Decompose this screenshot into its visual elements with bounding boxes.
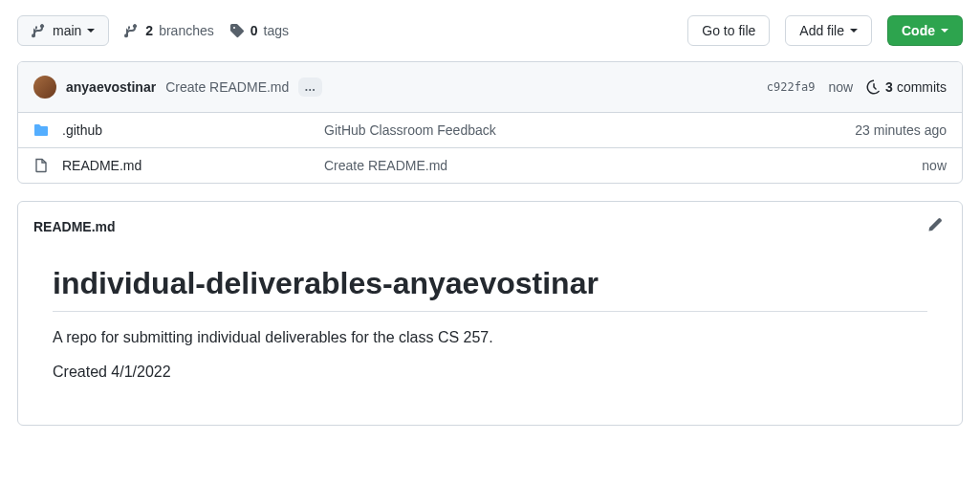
file-icon [33,158,49,173]
file-name-link[interactable]: .github [62,122,102,138]
commit-message[interactable]: Create README.md [165,79,289,95]
file-listing-box: anyaevostinar Create README.md … c922fa9… [17,61,963,184]
add-file-button[interactable]: Add file [785,15,872,46]
caret-down-icon [850,29,858,33]
commit-author[interactable]: anyaevostinar [66,79,156,95]
caret-down-icon [941,29,948,33]
latest-commit-bar: anyaevostinar Create README.md … c922fa9… [18,62,962,112]
table-row: README.md Create README.md now [18,147,962,183]
readme-paragraph: A repo for submitting individual deliver… [53,329,927,346]
go-to-file-button[interactable]: Go to file [687,15,770,46]
tag-icon [229,23,245,38]
folder-icon [33,122,49,138]
file-name-link[interactable]: README.md [62,158,142,173]
file-commit-message[interactable]: Create README.md [324,158,908,173]
commits-link[interactable]: 3 commits [866,79,947,95]
git-branch-icon [32,23,47,38]
caret-down-icon [87,29,95,33]
tags-label: tags [264,23,289,38]
readme-paragraph: Created 4/1/2022 [53,364,927,381]
avatar[interactable] [33,76,56,99]
readme-filename[interactable]: README.md [33,219,116,234]
readme-heading: individual-deliverables-anyaevostinar [53,266,927,312]
pencil-icon [927,217,943,232]
branch-name: main [53,23,81,38]
history-icon [866,79,882,95]
branch-select-button[interactable]: main [17,15,109,46]
commit-menu-button[interactable]: … [298,77,322,97]
readme-box: README.md individual-deliverables-anyaev… [17,201,963,426]
git-branch-icon [124,23,140,38]
commits-label: commits [897,79,947,95]
commit-sha[interactable]: c922fa9 [767,80,816,94]
table-row: .github GitHub Classroom Feedback 23 min… [18,112,962,147]
code-button[interactable]: Code [887,15,963,46]
file-commit-message[interactable]: GitHub Classroom Feedback [324,122,841,138]
file-time: 23 minutes ago [855,122,947,138]
readme-body: individual-deliverables-anyaevostinar A … [18,251,962,425]
branches-link[interactable]: 2 branches [124,23,213,38]
commit-time: now [828,79,853,95]
commits-count: 3 [885,79,893,95]
file-time: now [922,158,947,173]
branches-label: branches [159,23,214,38]
branches-count: 2 [145,23,153,38]
readme-header: README.md [18,202,962,251]
tags-link[interactable]: 0 tags [229,23,289,38]
tags-count: 0 [250,23,258,38]
edit-readme-button[interactable] [924,213,947,239]
repo-toolbar: main 2 branches 0 tags Go to file Add fi… [17,15,963,46]
